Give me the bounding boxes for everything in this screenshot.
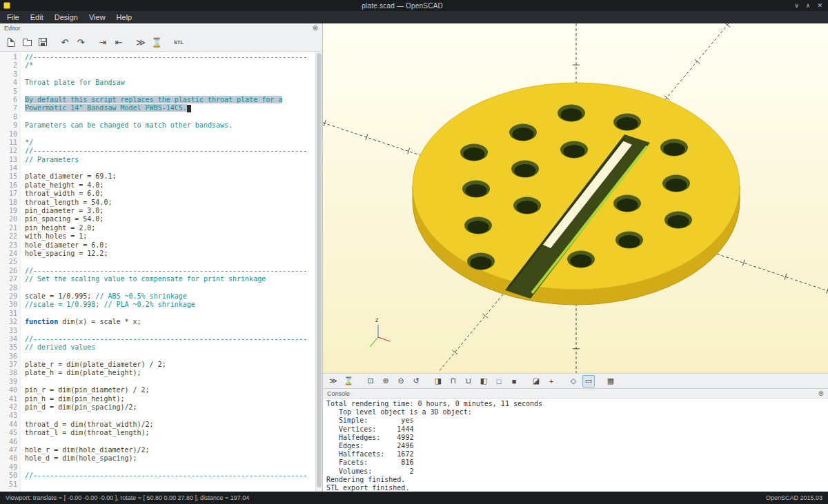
code-line <box>25 284 315 292</box>
line-number: 37 <box>0 361 17 369</box>
menu-help[interactable]: Help <box>111 13 138 21</box>
console-body[interactable]: Total rendering time: 0 hours, 0 minutes… <box>323 398 828 492</box>
line-number: 38 <box>0 369 17 377</box>
code-line: Parameters can be changed to match other… <box>25 121 315 130</box>
line-number: 10 <box>0 130 17 139</box>
console-line: Vertices: 1444 <box>326 425 825 434</box>
axis-z-label: z <box>375 316 379 323</box>
code-line: pin_diameter = 3.0; <box>25 207 315 215</box>
open-file-icon[interactable] <box>20 35 34 49</box>
3d-viewport-svg[interactable]: z <box>323 23 828 373</box>
orthogonal-icon[interactable]: ▭ <box>582 375 595 387</box>
scrollbar-thumb[interactable] <box>317 53 322 487</box>
line-number: 40 <box>0 386 17 394</box>
code-line: pin_d = dim(pin_spacing)/2; <box>25 403 315 412</box>
code-line <box>25 70 315 79</box>
code-line: Throat plate for Bandsaw <box>25 79 315 87</box>
line-number: 16 <box>0 181 17 190</box>
code-line: //--------------------------------------… <box>25 267 315 275</box>
view-right-icon[interactable]: ◨ <box>432 375 444 387</box>
editor-dock-header[interactable]: Editor ⊗ <box>0 23 322 33</box>
doc-glyph <box>8 38 14 47</box>
undo-icon[interactable]: ↶ <box>58 35 72 49</box>
zoom-in-icon[interactable]: ⊕ <box>379 375 392 387</box>
line-number: 35 <box>0 343 17 352</box>
line-number: 13 <box>0 156 17 164</box>
console-line: Facets: 816 <box>326 458 825 467</box>
line-number: 9 <box>0 121 17 130</box>
code-line: /* <box>25 61 315 70</box>
code-line: plate_diameter = 69.1; <box>25 172 315 181</box>
code-line: throat_width = 6.0; <box>25 190 315 198</box>
editor-scrollbar[interactable] <box>315 52 322 492</box>
export-stl-icon[interactable]: STL <box>172 35 186 49</box>
line-number: 14 <box>0 164 17 172</box>
line-number: 31 <box>0 310 17 318</box>
close-button[interactable]: ✕ <box>817 2 822 9</box>
code-line: // Set the scaling value to compensate f… <box>25 275 315 283</box>
line-number: 19 <box>0 207 17 215</box>
code-line: throat_l = dim(throat_length); <box>25 429 315 437</box>
title-bar[interactable]: plate.scad — OpenSCAD ∨∧✕ <box>0 0 828 11</box>
gutter: 1234567891011121314151617181920212223242… <box>0 52 21 492</box>
render-icon[interactable]: ⌛ <box>150 35 164 49</box>
redo-icon[interactable]: ↷ <box>74 35 88 49</box>
code-line: hole_r = dim(hole_diameter)/2; <box>25 446 315 454</box>
3d-canvas[interactable]: z <box>323 23 828 373</box>
line-number: 6 <box>0 96 17 104</box>
line-number: 30 <box>0 301 17 309</box>
line-number: 8 <box>0 113 17 121</box>
line-number: 3 <box>0 70 17 79</box>
editor-dock: Editor ⊗ ↶↷⇥⇤≫⌛STL 123456789101112131415… <box>0 23 323 492</box>
code-area[interactable]: //--------------------------------------… <box>21 52 315 492</box>
line-number: 32 <box>0 318 17 326</box>
line-number: 42 <box>0 403 17 412</box>
menu-edit[interactable]: Edit <box>25 13 49 21</box>
line-number: 18 <box>0 199 17 207</box>
zoom-out-icon[interactable]: ⊖ <box>395 375 407 387</box>
view-bottom-icon[interactable]: ⊔ <box>462 375 475 387</box>
view-top-icon[interactable]: ⊓ <box>447 375 460 387</box>
line-number: 33 <box>0 327 17 335</box>
code-line <box>25 327 315 335</box>
new-file-icon[interactable] <box>4 35 18 49</box>
view-diagonal-icon[interactable]: ◪ <box>530 375 542 387</box>
maximize-button[interactable]: ∧ <box>806 2 811 9</box>
save-file-icon[interactable] <box>36 35 50 49</box>
menu-file[interactable]: File <box>1 13 25 21</box>
preview-icon[interactable]: ≫ <box>134 35 148 49</box>
menu-design[interactable]: Design <box>49 13 83 21</box>
menubar[interactable]: FileEditDesignViewHelp <box>0 11 828 23</box>
view-left-icon[interactable]: ◧ <box>477 375 490 387</box>
code-editor[interactable]: 1234567891011121314151617181920212223242… <box>0 52 322 492</box>
render-icon[interactable]: ⌛ <box>342 375 355 387</box>
show-scale-icon[interactable]: ▦ <box>604 375 617 387</box>
view-center-icon[interactable]: + <box>545 375 558 387</box>
code-line: plate_height = 4.0; <box>25 181 315 190</box>
editor-dock-close-icon[interactable]: ⊗ <box>313 25 318 32</box>
view-front-icon[interactable]: □ <box>493 375 505 387</box>
minimize-button[interactable]: ∨ <box>794 2 799 9</box>
code-line: plate_r = dim(plate_diameter) / 2; <box>25 361 315 369</box>
zoom-all-icon[interactable]: ⊡ <box>364 375 377 387</box>
line-number: 47 <box>0 446 17 454</box>
code-line: // Parameters <box>25 156 315 164</box>
line-number: 45 <box>0 429 17 437</box>
code-line <box>25 113 315 121</box>
line-number: 12 <box>0 147 17 155</box>
code-line <box>25 310 315 318</box>
view-back-icon[interactable]: ■ <box>508 375 520 387</box>
code-line <box>25 412 315 420</box>
console-line: Edges: 2496 <box>326 442 825 450</box>
preview-icon[interactable]: ≫ <box>327 375 339 387</box>
indent-icon[interactable]: ⇥ <box>96 35 110 49</box>
console-dock-header[interactable]: Console ⊗ <box>323 388 828 398</box>
line-number: 2 <box>0 61 17 70</box>
console-dock-close-icon[interactable]: ⊗ <box>818 390 824 397</box>
line-number: 27 <box>0 275 17 283</box>
unindent-icon[interactable]: ⇤ <box>112 35 126 49</box>
reset-view-icon[interactable]: ↺ <box>410 375 422 387</box>
menu-view[interactable]: View <box>83 13 111 21</box>
line-number: 44 <box>0 421 17 429</box>
perspective-icon[interactable]: ◇ <box>567 375 580 387</box>
